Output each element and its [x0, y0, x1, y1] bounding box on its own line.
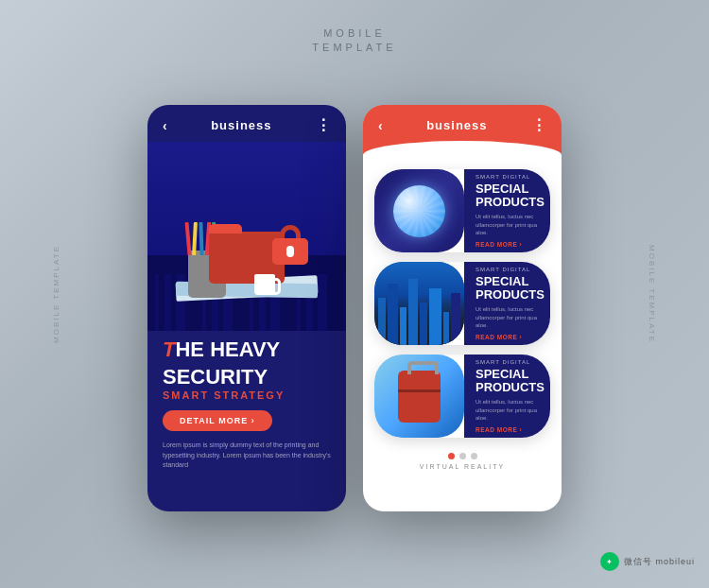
left-hero-image: [147, 142, 346, 331]
padlock: [272, 225, 308, 265]
right-back-arrow[interactable]: ‹: [378, 118, 383, 133]
luggage-icon: [398, 371, 441, 423]
card3-desc: Ut elit tellus, luctus necullamcorper fo…: [476, 398, 545, 422]
red-wave-divider: [363, 141, 562, 155]
pencil-2: [192, 222, 198, 255]
left-phone: ‹ business ⋮: [147, 105, 346, 511]
left-nav-title: business: [211, 118, 271, 132]
wechat-label: 微信号 mobileui: [624, 556, 695, 568]
hero-objects: [171, 151, 322, 303]
globe-icon: [393, 185, 445, 237]
right-phone: ‹ business ⋮ SMART DIGITAL SPECIALPRODUC…: [363, 105, 562, 511]
card3-title: SPECIALPRODUCTS: [476, 368, 545, 395]
pencil-3: [199, 222, 203, 255]
right-phone-header: ‹ business ⋮: [363, 105, 562, 155]
dot-3[interactable]: [471, 453, 477, 459]
card2-text: SMART DIGITAL SPECIALPRODUCTS Ut elit te…: [464, 262, 550, 345]
card2-desc: Ut elit tellus, luctus necullamcorper fo…: [476, 305, 545, 329]
card1-title: SPECIALPRODUCTS: [476, 182, 545, 210]
left-back-arrow[interactable]: ‹: [163, 118, 167, 133]
dot-1[interactable]: [448, 453, 455, 459]
card2-image: [374, 262, 464, 345]
headline-rest: HE HEAVY: [175, 337, 280, 361]
wechat-watermark: ✦ 微信号 mobileui: [600, 552, 695, 571]
left-nav-menu[interactable]: ⋮: [316, 116, 331, 134]
card3-tag: SMART DIGITAL: [476, 359, 545, 365]
pencil-1: [184, 222, 191, 255]
lorem-text: Lorem ipsum is simply dummy text of the …: [163, 441, 331, 471]
coffee-cup: [254, 274, 275, 295]
card2-title: SPECIALPRODUCTS: [476, 275, 545, 303]
watermark-right: MOBILE TEMPLATE: [648, 245, 657, 343]
right-nav-title: business: [426, 118, 487, 132]
headline-t: T: [163, 337, 175, 361]
wechat-icon: ✦: [600, 552, 619, 571]
dot-2[interactable]: [459, 453, 466, 459]
lock-body: [272, 238, 308, 265]
headline-line2: SECURITY: [163, 365, 331, 389]
header-line1: MOBILE: [312, 26, 396, 41]
card2-tag: SMART DIGITAL: [476, 267, 545, 272]
left-phone-content: THE HEAVY SECURITY SMART STRATEGY DETAIL…: [147, 331, 346, 478]
detail-more-button[interactable]: DETAIL MORE ›: [163, 410, 272, 431]
product-card-1: SMART DIGITAL SPECIALPRODUCTS Ut elit te…: [374, 169, 550, 252]
phones-container: ‹ business ⋮: [147, 105, 562, 511]
card2-read-more[interactable]: READ MORE ›: [476, 334, 545, 340]
headline: THE HEAVY: [163, 338, 331, 361]
dots-indicator: [363, 447, 562, 463]
card1-desc: Ut elit tellus, luctus necullamcorper fo…: [476, 213, 545, 236]
card3-image: [374, 355, 464, 438]
product-cards-area: SMART DIGITAL SPECIALPRODUCTS Ut elit te…: [363, 160, 562, 447]
header-line2: TEMPLATE: [312, 41, 396, 55]
right-nav-menu[interactable]: ⋮: [531, 116, 546, 134]
product-card-2: SMART DIGITAL SPECIALPRODUCTS Ut elit te…: [374, 262, 550, 345]
product-card-3: SMART DIGITAL SPECIALPRODUCTS Ut elit te…: [374, 355, 550, 438]
page-header: MOBILE TEMPLATE: [312, 26, 396, 56]
watermark-left: MOBILE TEMPLATE: [52, 245, 61, 343]
card3-read-more[interactable]: READ MORE ›: [476, 426, 545, 433]
card3-text: SMART DIGITAL SPECIALPRODUCTS Ut elit te…: [464, 355, 550, 438]
subheadline: SMART STRATEGY: [163, 389, 331, 401]
card1-image: [374, 169, 464, 252]
card1-text: SMART DIGITAL SPECIALPRODUCTS Ut elit te…: [464, 169, 550, 252]
card1-read-more[interactable]: READ MORE ›: [476, 241, 545, 248]
lock-keyhole: [286, 246, 294, 257]
left-phone-navbar: ‹ business ⋮: [147, 105, 346, 142]
card1-tag: SMART DIGITAL: [476, 174, 545, 180]
right-phone-navbar: ‹ business ⋮: [363, 105, 562, 142]
footer-text: VIRTUAL REALITY: [363, 463, 562, 476]
